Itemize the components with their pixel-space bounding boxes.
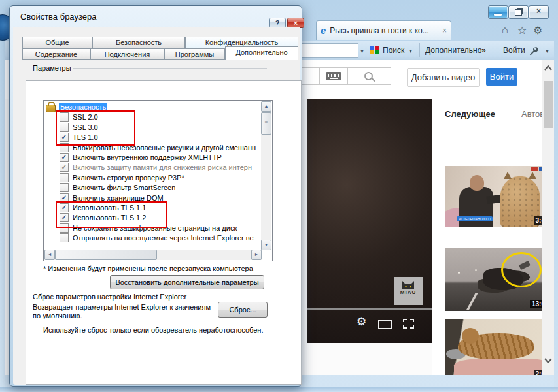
channel-watermark: MIAU (394, 277, 423, 305)
setting-category-row[interactable]: Безопасность (45, 102, 260, 112)
theater-mode-icon[interactable] (378, 320, 392, 329)
checkbox-unchecked[interactable] (60, 223, 69, 233)
reset-description-line2: по умолчанию. (33, 312, 82, 319)
tab-programs[interactable]: Программы (164, 48, 225, 60)
setting-label: Использовать TLS 1.2 (73, 214, 146, 221)
settings-list[interactable]: Безопасность SSL 2.0 SSL 3.0 ✓ TLS 1.0 Б… (43, 100, 273, 261)
toolbar-signin-button[interactable]: Войти (503, 46, 525, 55)
checkbox-unchecked[interactable] (60, 183, 69, 192)
checkbox-checked[interactable]: ✓ (60, 193, 69, 203)
video-player[interactable]: MIAU ⚙ (307, 99, 438, 343)
vertical-scrollbar[interactable] (542, 60, 554, 375)
setting-row-ssl2[interactable]: SSL 2.0 (45, 112, 260, 122)
checkbox-checked[interactable]: ✓ (60, 203, 69, 212)
setting-row-dom-storage[interactable]: ✓ Включить хранилище DOM (45, 193, 260, 203)
google-logo-icon (370, 46, 379, 54)
tab-title: Рысь пришла в гости к ко... (330, 26, 440, 35)
video-thumbnail-cat[interactable]: 2:0 (445, 319, 547, 375)
setting-row-smartscreen[interactable]: Включить фильтр SmartScreen (45, 182, 260, 192)
setting-row-tls10[interactable]: ✓ TLS 1.0 (45, 132, 260, 142)
setting-label: TLS 1.0 (73, 133, 98, 141)
scroll-down-arrow[interactable]: ▼ (261, 240, 271, 250)
setting-label: Безопасность (59, 103, 107, 111)
checkbox-checked[interactable]: ✓ (60, 153, 69, 162)
checkbox-checked[interactable]: ✓ (60, 133, 69, 142)
setting-row-no-cache[interactable]: Не сохранять зашифрованные страницы на д… (45, 223, 260, 233)
toolbar-more-button[interactable]: Дополнительно (425, 46, 481, 55)
tab-advanced[interactable]: Дополнительно (225, 46, 298, 60)
search-dropdown-icon[interactable]: ▾ (360, 47, 364, 54)
fullscreen-icon[interactable] (403, 319, 414, 331)
list-vscroll-thumb[interactable]: ≡ (261, 112, 271, 135)
list-vertical-scrollbar[interactable]: ▲ ≡ ▼ (261, 101, 271, 250)
youtube-signin-button[interactable]: Войти (486, 68, 517, 86)
search-icon (364, 72, 373, 80)
tab-security[interactable]: Безопасность (92, 37, 185, 48)
list-hscroll-thumb[interactable] (55, 250, 157, 260)
dialog-title: Свойства браузера (20, 12, 96, 22)
window-close-button[interactable]: × (529, 5, 549, 19)
setting-label: Включить строгую проверку P3P* (73, 174, 184, 182)
highlight-circle (501, 252, 542, 287)
setting-row-memory-protect[interactable]: ✓ Включить защиту памяти для снижения ри… (45, 162, 260, 172)
window-minimize-button[interactable] (488, 5, 508, 19)
cat-icon (402, 281, 415, 289)
player-settings-icon[interactable]: ⚙ (357, 315, 366, 329)
checkbox-unchecked[interactable] (60, 112, 69, 122)
thumbnail-watermark-badge: VL ЛЕПЕШАНСКОГО (457, 216, 493, 221)
vertical-scrollbar-thumb[interactable] (544, 81, 553, 128)
window-restore-button[interactable] (508, 5, 529, 19)
add-video-button[interactable]: Добавить видео (407, 68, 480, 87)
tab-content[interactable]: Содержание (22, 48, 90, 60)
reset-group-label: Сброс параметров настройки Internet Expl… (33, 293, 186, 301)
tab-close-icon[interactable]: × (442, 26, 447, 35)
restore-advanced-button[interactable]: Восстановить дополнительные параметры (110, 275, 264, 289)
checkbox-checked-disabled: ✓ (60, 163, 69, 172)
checkbox-unchecked[interactable] (60, 143, 69, 152)
setting-row-tls12[interactable]: ✓ Использовать TLS 1.2 (45, 212, 260, 222)
suggestions-sidebar: Следующее Автово VL ЛЕПЕШАНСКОГО 3:4 13:… (432, 99, 548, 375)
video-thumbnail-lynx[interactable]: VL ЛЕПЕШАНСКОГО 3:4 (445, 166, 547, 227)
scroll-left-arrow[interactable]: ◄ (44, 250, 55, 260)
setting-label: Не сохранять зашифрованные страницы на д… (73, 224, 237, 232)
video-thumbnail-dashcam[interactable]: 13:0 (445, 248, 547, 311)
favorites-star-icon[interactable]: ☆ (517, 24, 527, 37)
scroll-up-icon[interactable] (544, 65, 552, 71)
home-icon[interactable]: ⌂ (502, 24, 508, 36)
window-frame-right (554, 0, 558, 392)
reset-group-rule (190, 297, 293, 297)
ie-logo-icon: e (321, 25, 326, 36)
setting-label: Включить фильтр SmartScreen (73, 184, 175, 191)
setting-row-do-not-track[interactable]: Отправлять на посещаемые через Internet … (45, 233, 260, 242)
setting-label: Использовать TLS 1.1 (73, 204, 146, 212)
setting-label: Блокировать небезопасные рисунки и друго… (73, 144, 256, 152)
wrench-icon[interactable] (529, 46, 538, 58)
tab-general[interactable]: Общие (22, 37, 92, 48)
list-horizontal-scrollbar[interactable]: ◄ ► (44, 250, 262, 260)
search-options-dropdown-icon[interactable]: ▾ (409, 47, 412, 54)
checkbox-unchecked[interactable] (60, 123, 69, 132)
toolbar-search-button[interactable]: Поиск (383, 46, 404, 55)
scroll-up-arrow[interactable]: ▲ (261, 101, 271, 112)
tab-connections[interactable]: Подключения (90, 48, 164, 60)
setting-label: Включить хранилище DOM (73, 194, 164, 202)
checkbox-checked[interactable]: ✓ (60, 213, 69, 222)
search-button[interactable] (347, 67, 391, 85)
setting-row-ssl3[interactable]: SSL 3.0 (45, 122, 260, 132)
keyboard-button[interactable] (319, 67, 347, 85)
setting-row-tls11[interactable]: ✓ Использовать TLS 1.1 (45, 203, 260, 212)
tools-dropdown-icon[interactable]: ▾ (546, 47, 549, 54)
reset-warning: Используйте сброс только если обозревате… (43, 326, 263, 334)
settings-gear-icon[interactable]: ⚙ (533, 24, 542, 37)
checkbox-unchecked[interactable] (60, 233, 69, 242)
scroll-right-arrow[interactable]: ► (251, 250, 262, 260)
browser-tab[interactable]: e Рысь пришла в гости к ко... × (316, 20, 451, 40)
scroll-down-icon[interactable] (544, 358, 552, 363)
setting-row-p3p[interactable]: Включить строгую проверку P3P* (45, 172, 260, 182)
checkbox-unchecked[interactable] (60, 173, 69, 182)
setting-row-block-unsafe[interactable]: Блокировать небезопасные рисунки и друго… (45, 142, 260, 152)
progress-bar[interactable] (307, 308, 438, 310)
setting-row-xmlhttp[interactable]: ✓ Включить внутреннюю поддержку XMLHTTP (45, 152, 260, 162)
chevrons-icon[interactable]: » (481, 46, 486, 55)
reset-button[interactable]: Сброс... (218, 302, 268, 318)
